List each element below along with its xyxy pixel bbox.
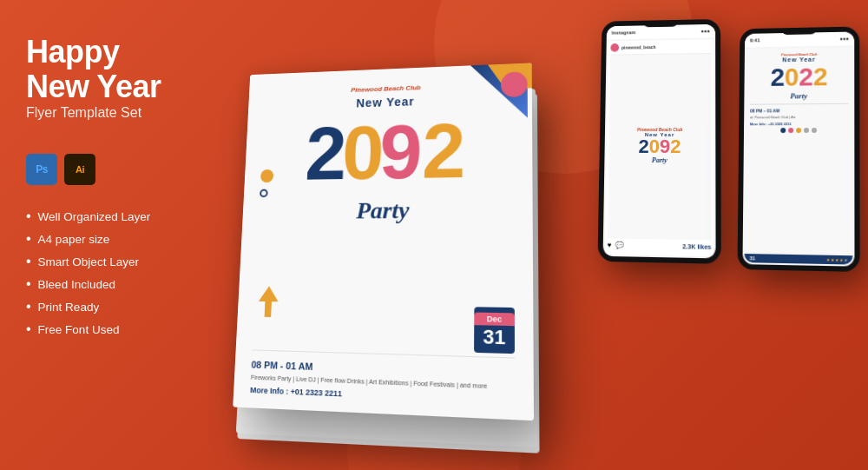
instagram-label: Instagram — [612, 30, 636, 35]
phone-right-content: 9:41 ●●● Pinewood Beach Club New Year 2 … — [742, 31, 854, 266]
main-container: Happy New Year Flyer Template Set Ps Ai … — [0, 0, 868, 470]
software-icons-row: Ps Ai — [26, 154, 182, 185]
flyer-mockup: Pinewood Beach Club New Year 2 0 9 2 Par… — [233, 63, 534, 420]
phone-right-signal: ●●● — [839, 36, 849, 42]
rating-number: 31 — [749, 255, 755, 261]
number-9: 9 — [378, 114, 423, 190]
illustrator-icon: Ai — [64, 154, 95, 185]
insta-actions: ♥ 💬 2.3K likes — [608, 238, 712, 254]
mini-numbers: 2 0 9 2 — [638, 137, 681, 156]
deco-dots-left — [260, 169, 273, 197]
phone-left: Instagram ●●● pinewood_beach Pinewood Be… — [597, 19, 720, 264]
phone-left-screen: Instagram ●●● pinewood_beach Pinewood Be… — [603, 24, 716, 259]
insta-avatar — [610, 43, 619, 52]
date-day: 31 — [483, 327, 505, 348]
mini-party: Party — [652, 156, 667, 164]
like-count: 2.3K likes — [682, 243, 711, 250]
phone-right-flyer: Pinewood Beach Club New Year 2 0 2 2 Par… — [745, 47, 853, 254]
photoshop-icon: Ps — [26, 154, 57, 185]
flyer-bottom-info: 08 PM - 01 AM Fireworks Party | Live DJ … — [250, 349, 515, 405]
social-icon-2 — [788, 128, 793, 133]
star-5: ★ — [844, 257, 847, 262]
social-icon-1 — [780, 128, 786, 133]
flyer-party-label: Party — [259, 195, 515, 224]
comment-icon[interactable]: 💬 — [615, 242, 623, 249]
phone-right-numbers: 2 0 2 2 — [770, 63, 827, 89]
heart-icon[interactable]: ♥ — [608, 242, 612, 249]
phone-right-details: at: Pinewood Beach Club | Art — [750, 115, 848, 120]
svg-marker-0 — [258, 286, 279, 317]
arrow-deco — [258, 286, 279, 321]
feature-item-5: Print Ready — [26, 300, 182, 314]
phone-right-time-info: 08 PM – 01 AM — [750, 108, 848, 114]
feature-item-4: Bleed Included — [26, 277, 182, 291]
date-badge: Dec 31 — [474, 307, 515, 354]
left-panel: Happy New Year Flyer Template Set Ps Ai … — [0, 0, 208, 470]
date-month: Dec — [474, 312, 515, 326]
phone-signal: ●●● — [700, 29, 710, 34]
star-rating: ★ ★ ★ ★ ★ — [826, 257, 847, 263]
phone-right: 9:41 ●●● Pinewood Beach Club New Year 2 … — [737, 26, 859, 272]
feature-item-3: Smart Object Layer — [26, 255, 182, 268]
social-icons-row — [780, 126, 817, 135]
phone-left-content: Instagram ●●● pinewood_beach Pinewood Be… — [603, 24, 716, 259]
phone-right-screen: 9:41 ●●● Pinewood Beach Club New Year 2 … — [742, 31, 854, 266]
features-list: Well Organized Layer A4 paper size Smart… — [26, 209, 182, 336]
insta-username: pinewood_beach — [621, 44, 656, 50]
phone-right-notch — [782, 27, 816, 35]
star-3: ★ — [835, 257, 838, 262]
number-2-second: 2 — [422, 112, 466, 189]
feature-item-6: Free Font Used — [26, 322, 182, 336]
feature-item-2: A4 paper size — [26, 232, 182, 246]
star-2: ★ — [831, 257, 834, 262]
star-1: ★ — [826, 257, 830, 262]
social-icon-3 — [796, 128, 801, 133]
main-title: Happy New Year — [26, 35, 182, 103]
subtitle: Flyer Template Set — [26, 105, 182, 121]
flyer-inner: Pinewood Beach Club New Year 2 0 9 2 Par… — [233, 63, 534, 420]
feature-item-1: Well Organized Layer — [26, 209, 182, 223]
phone-right-info: 08 PM – 01 AM at: Pinewood Beach Club | … — [750, 103, 848, 126]
instagram-post: pinewood_beach Pinewood Beach Club New Y… — [605, 39, 714, 256]
right-panel: Pinewood Beach Club New Year 2 0 9 2 Par… — [208, 0, 868, 470]
star-4: ★ — [839, 257, 843, 262]
social-icon-5 — [812, 128, 817, 133]
phone-bottom-bar: 31 ★ ★ ★ ★ ★ — [744, 254, 852, 265]
social-icon-4 — [804, 128, 809, 133]
phone-right-time: 9:41 — [750, 37, 760, 43]
title-block: Happy New Year Flyer Template Set — [26, 35, 182, 121]
flyer-year-numbers: 2 0 9 2 — [260, 111, 514, 191]
phone-right-party: Party — [790, 91, 807, 100]
phone-left-notch — [643, 20, 677, 27]
insta-image: Pinewood Beach Club New Year 2 0 9 2 Par… — [608, 54, 712, 241]
